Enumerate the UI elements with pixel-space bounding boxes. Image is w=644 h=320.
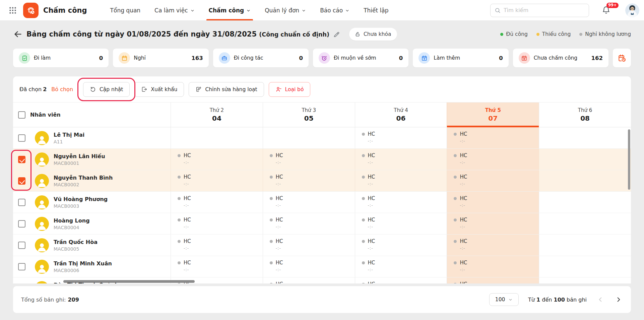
stat-card-1[interactable]: Đi làm0: [13, 49, 109, 67]
attendance-cell[interactable]: HC-:-: [355, 149, 447, 170]
attendance-cell[interactable]: [539, 277, 631, 283]
attendance-cell[interactable]: HC-:-: [447, 277, 539, 283]
day-column-header-3[interactable]: Thứ 406: [355, 103, 447, 127]
select-all-checkbox[interactable]: [18, 111, 25, 119]
row-checkbox[interactable]: [18, 134, 25, 142]
app-grid-icon[interactable]: [8, 6, 17, 15]
search-box[interactable]: [490, 4, 589, 17]
stat-card-4[interactable]: Đi muộn về sớm0: [313, 49, 408, 67]
attendance-cell[interactable]: [263, 127, 355, 148]
attendance-cell[interactable]: HC-:-: [447, 235, 539, 256]
attendance-cell[interactable]: HC-:-: [355, 256, 447, 277]
remove-button[interactable]: Loại bỏ: [269, 82, 311, 97]
attendance-cell[interactable]: HC-:-: [447, 192, 539, 213]
attendance-cell[interactable]: HC-:-: [171, 235, 263, 256]
day-column-header-4[interactable]: Thứ 507: [447, 103, 539, 127]
attendance-cell[interactable]: [539, 127, 631, 148]
timesheet-settings-button[interactable]: [613, 49, 631, 67]
day-column-header-2[interactable]: Thứ 305: [263, 103, 355, 127]
attendance-cell[interactable]: HC-:-: [171, 213, 263, 234]
row-checkbox[interactable]: [18, 220, 25, 228]
bulk-edit-button[interactable]: Chỉnh sửa hàng loạt: [189, 82, 264, 97]
nav-item-5[interactable]: Báo cáo: [313, 0, 357, 20]
stat-value: 0: [399, 55, 403, 61]
status-code: HC: [184, 195, 191, 201]
clear-selection-link[interactable]: Bỏ chọn: [51, 86, 73, 92]
edit-title-icon[interactable]: [333, 31, 340, 38]
attendance-cell[interactable]: HC-:-: [263, 277, 355, 283]
attendance-cell[interactable]: HC-:-: [355, 235, 447, 256]
nav-item-3[interactable]: Chấm công: [202, 0, 258, 20]
attendance-cell[interactable]: HC-:-: [355, 170, 447, 191]
table-row[interactable]: Trần Thị Minh XuânMACB0006HC-:-HC-:-HC-:…: [13, 256, 631, 277]
attendance-cell[interactable]: HC-:-: [171, 170, 263, 191]
user-avatar[interactable]: [625, 3, 639, 17]
status-dot: [362, 154, 365, 157]
back-arrow-icon[interactable]: [13, 29, 22, 39]
export-button[interactable]: Xuất khẩu: [134, 82, 184, 97]
attendance-cell[interactable]: HC-:-: [263, 256, 355, 277]
lock-status-button[interactable]: Chưa khóa: [349, 28, 397, 41]
employee-code: MACB0006: [54, 268, 112, 273]
prev-page-button[interactable]: [596, 295, 605, 304]
status-time: -:-: [460, 246, 539, 251]
next-page-button[interactable]: [614, 295, 623, 304]
attendance-cell[interactable]: HC-:-: [355, 277, 447, 283]
search-input[interactable]: [504, 7, 585, 13]
nav-item-4[interactable]: Quản lý đơn: [258, 0, 313, 20]
attendance-cell[interactable]: HC-:-: [263, 235, 355, 256]
table-row[interactable]: Vũ Hoàng PhươngMACB0003HC-:-HC-:-HC-:-HC…: [13, 192, 631, 213]
row-checkbox[interactable]: [18, 156, 25, 163]
row-checkbox[interactable]: [18, 199, 25, 206]
attendance-cell[interactable]: HC-:-: [447, 127, 539, 148]
attendance-cell[interactable]: HC-:-: [263, 170, 355, 191]
attendance-cell[interactable]: [539, 213, 631, 234]
stat-card-6[interactable]: Chưa chấm công162: [513, 49, 608, 67]
attendance-status: HC-:-: [355, 213, 447, 229]
row-checkbox[interactable]: [18, 177, 25, 185]
attendance-status: HC-:-: [355, 127, 447, 143]
notification-bell-icon[interactable]: 99+: [602, 6, 611, 15]
app-logo-fingerprint-icon[interactable]: [23, 3, 39, 18]
row-checkbox[interactable]: [18, 263, 25, 270]
attendance-cell[interactable]: [539, 235, 631, 256]
table-row[interactable]: Lê Thị MaiA11HC-:-HC-:-: [13, 127, 631, 149]
attendance-cell[interactable]: HC-:-: [447, 256, 539, 277]
attendance-cell[interactable]: HC-:-: [263, 192, 355, 213]
attendance-cell[interactable]: [539, 256, 631, 277]
table-row[interactable]: Hoàng LongMACB0004HC-:-HC-:-HC-:-HC-:-: [13, 213, 631, 235]
update-button[interactable]: Cập nhật: [83, 82, 130, 97]
nav-item-6[interactable]: Thiết lập: [357, 0, 395, 20]
attendance-cell[interactable]: [539, 192, 631, 213]
day-column-header-1[interactable]: Thứ 204: [171, 103, 263, 127]
table-row[interactable]: Nguyễn Lân HiếuMACB0001HC-:-HC-:-HC-:-HC…: [13, 149, 631, 170]
attendance-cell[interactable]: HC-:-: [447, 149, 539, 170]
attendance-cell[interactable]: HC-:-: [447, 213, 539, 234]
stat-card-5[interactable]: Làm thêm0: [413, 49, 508, 67]
attendance-cell[interactable]: HC-:-: [263, 149, 355, 170]
attendance-cell[interactable]: HC-:-: [355, 127, 447, 148]
attendance-cell[interactable]: HC-:-: [447, 170, 539, 191]
attendance-cell[interactable]: HC-:-: [171, 149, 263, 170]
row-checkbox[interactable]: [18, 242, 25, 249]
attendance-cell[interactable]: HC-:-: [171, 256, 263, 277]
attendance-cell[interactable]: [539, 149, 631, 170]
status-dot: [362, 133, 365, 136]
attendance-cell[interactable]: HC-:-: [171, 192, 263, 213]
day-column-header-5[interactable]: Thứ 608: [539, 103, 631, 127]
attendance-cell[interactable]: HC-:-: [263, 213, 355, 234]
stat-label: Đi công tác: [234, 55, 263, 61]
nav-item-2[interactable]: Ca làm việc: [147, 0, 201, 20]
horizontal-scrollbar[interactable]: [63, 280, 195, 283]
attendance-cell[interactable]: HC-:-: [355, 192, 447, 213]
table-row[interactable]: Nguyễn Thanh BìnhMACB0002HC-:-HC-:-HC-:-…: [13, 170, 631, 192]
table-row[interactable]: Trần Quốc HòaMACB0005HC-:-HC-:-HC-:-HC-:…: [13, 235, 631, 256]
attendance-cell[interactable]: HC-:-: [355, 213, 447, 234]
page-size-select[interactable]: 100: [489, 293, 519, 306]
stat-card-3[interactable]: Đi công tác0: [213, 49, 309, 67]
attendance-cell[interactable]: [171, 127, 263, 148]
attendance-cell[interactable]: [539, 170, 631, 191]
stat-card-2[interactable]: Nghỉ163: [113, 49, 208, 67]
vertical-scrollbar[interactable]: [628, 129, 630, 190]
nav-item-1[interactable]: Tổng quan: [103, 0, 148, 20]
